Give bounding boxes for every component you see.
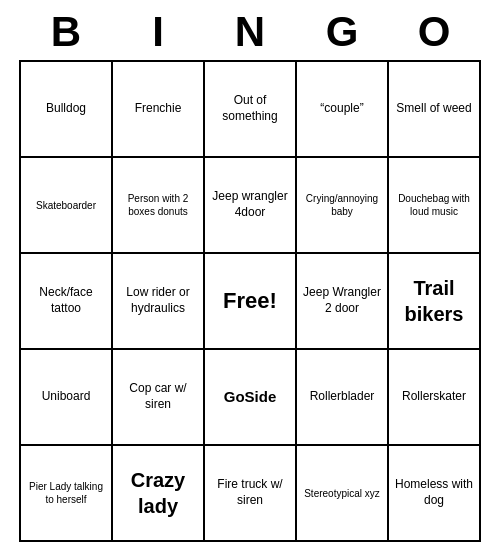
bingo-header: BINGO xyxy=(20,0,480,60)
bingo-cell-12: Free! xyxy=(205,254,297,350)
bingo-cell-6: Person with 2 boxes donuts xyxy=(113,158,205,254)
bingo-letter-G: G xyxy=(302,8,382,56)
bingo-cell-7: Jeep wrangler 4door xyxy=(205,158,297,254)
bingo-cell-2: Out of something xyxy=(205,62,297,158)
bingo-grid: BulldogFrenchieOut of something“couple”S… xyxy=(19,60,481,542)
bingo-cell-20: Pier Lady talking to herself xyxy=(21,446,113,542)
bingo-cell-8: Crying/annoying baby xyxy=(297,158,389,254)
bingo-cell-14: Trail bikers xyxy=(389,254,481,350)
bingo-cell-13: Jeep Wrangler 2 door xyxy=(297,254,389,350)
bingo-cell-1: Frenchie xyxy=(113,62,205,158)
bingo-cell-10: Neck/face tattoo xyxy=(21,254,113,350)
bingo-cell-22: Fire truck w/ siren xyxy=(205,446,297,542)
bingo-cell-4: Smell of weed xyxy=(389,62,481,158)
bingo-cell-18: Rollerblader xyxy=(297,350,389,446)
bingo-cell-23: Stereotypical xyz xyxy=(297,446,389,542)
bingo-cell-21: Crazy lady xyxy=(113,446,205,542)
bingo-cell-11: Low rider or hydraulics xyxy=(113,254,205,350)
bingo-cell-16: Cop car w/ siren xyxy=(113,350,205,446)
bingo-cell-19: Rollerskater xyxy=(389,350,481,446)
bingo-letter-B: B xyxy=(26,8,106,56)
bingo-letter-O: O xyxy=(394,8,474,56)
bingo-cell-15: Uniboard xyxy=(21,350,113,446)
bingo-letter-I: I xyxy=(118,8,198,56)
bingo-cell-3: “couple” xyxy=(297,62,389,158)
bingo-letter-N: N xyxy=(210,8,290,56)
bingo-cell-5: Skateboarder xyxy=(21,158,113,254)
bingo-cell-24: Homeless with dog xyxy=(389,446,481,542)
bingo-cell-0: Bulldog xyxy=(21,62,113,158)
bingo-cell-17: GoSide xyxy=(205,350,297,446)
bingo-cell-9: Douchebag with loud music xyxy=(389,158,481,254)
